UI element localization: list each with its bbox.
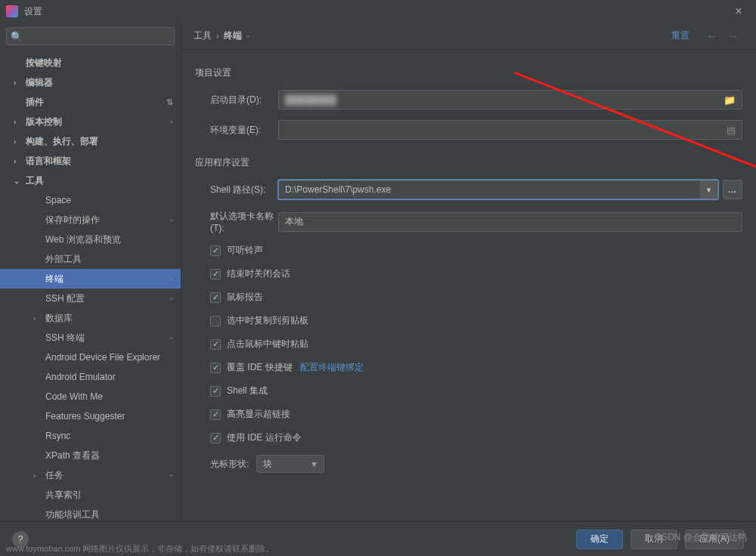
sidebar-item[interactable]: Web 浏览器和预览 (0, 230, 181, 249)
sidebar-item[interactable]: 共享索引 (0, 485, 181, 505)
reset-link[interactable]: 重置 (671, 29, 689, 42)
main-panel: 工具 › 终端 ▫ 重置 ← → 项目设置 启动目录(D): ████████ … (181, 23, 756, 521)
checkbox[interactable] (210, 409, 221, 420)
checkbox[interactable] (210, 386, 221, 397)
sidebar-item[interactable]: ›任务▫ (0, 465, 181, 485)
sidebar-item-label: 共享索引 (45, 489, 82, 502)
breadcrumb: 工具 › 终端 ▫ 重置 ← → (181, 23, 756, 50)
sidebar-item-label: 数据库 (45, 312, 73, 325)
app-icon (6, 5, 18, 17)
sidebar-item-label: 编辑器 (26, 76, 53, 89)
search-input[interactable] (6, 27, 175, 45)
checkbox-label: 可听铃声 (227, 244, 263, 257)
titlebar: 设置 × (0, 0, 756, 23)
sidebar-item[interactable]: Features Suggester (0, 406, 181, 426)
project-scope-icon: ▫ (246, 32, 249, 41)
checkbox-row: 使用 IDE 运行命令 (210, 431, 742, 444)
sidebar-item[interactable]: 按键映射 (0, 53, 181, 73)
scope-badge-icon: ▫ (170, 333, 173, 342)
sidebar-item[interactable]: ⌄工具 (0, 171, 181, 190)
sidebar-item[interactable]: ›数据库 (0, 308, 181, 328)
sidebar-item[interactable]: 插件⇅ (0, 92, 181, 112)
checkbox[interactable] (210, 269, 221, 280)
search-row: 🔍 (0, 23, 181, 50)
tab-name-row: 默认选项卡名称(T): 本地 (195, 210, 742, 233)
tree-arrow-icon: › (14, 118, 23, 126)
sidebar-item[interactable]: Android Emulator (0, 367, 181, 387)
sidebar-item[interactable]: 保存时的操作▫ (0, 210, 181, 230)
sidebar-item-label: 版本控制 (26, 116, 62, 128)
scope-badge-icon: ▫ (170, 471, 173, 480)
tree-arrow-icon: › (33, 471, 42, 480)
shell-path-input[interactable]: D:\PowerShell\7\pwsh.exe ▼ (278, 180, 718, 199)
checkbox-label: Shell 集成 (227, 385, 268, 397)
list-icon[interactable]: ▤ (727, 125, 736, 136)
sidebar-item[interactable]: Rsync (0, 426, 181, 446)
breadcrumb-root[interactable]: 工具 (194, 29, 212, 42)
sidebar-item-label: 按键映射 (26, 57, 62, 70)
cursor-shape-select[interactable]: 块 ▼ (256, 455, 324, 473)
sidebar-item-label: 终端 (45, 273, 64, 286)
folder-icon[interactable]: 📁 (723, 94, 736, 106)
sidebar-item[interactable]: 功能培训工具 (0, 505, 181, 521)
sidebar-item-label: 构建、执行、部署 (26, 135, 98, 148)
checkbox-label: 高亮显示超链接 (227, 408, 290, 421)
sidebar-item-label: 插件 (26, 96, 44, 109)
scope-badge-icon: ▫ (170, 274, 173, 283)
checkbox-label: 使用 IDE 运行命令 (227, 431, 302, 444)
sidebar-item[interactable]: SSH 终端▫ (0, 328, 181, 348)
sidebar-item[interactable]: ›版本控制▫ (0, 112, 181, 131)
sidebar-item[interactable]: XPath 查看器 (0, 446, 181, 465)
chevron-down-icon[interactable]: ▼ (700, 181, 717, 199)
back-icon[interactable]: ← (706, 29, 718, 43)
checkbox-label: 覆盖 IDE 快捷键 (227, 361, 293, 374)
ok-button[interactable]: 确定 (576, 530, 623, 549)
sidebar-item[interactable]: Space (0, 190, 181, 210)
env-input[interactable]: ▤ (278, 120, 742, 140)
sidebar-item-label: Code With Me (45, 391, 103, 402)
sidebar-item-label: 功能培训工具 (45, 508, 100, 521)
checkbox-label: 结束时关闭会话 (227, 267, 290, 280)
checkbox[interactable] (210, 363, 221, 373)
sidebar-item[interactable]: ›构建、执行、部署 (0, 131, 181, 151)
sidebar-item-label: 外部工具 (45, 253, 82, 266)
breadcrumb-current: 终端 (224, 29, 242, 42)
tree-arrow-icon: › (14, 79, 23, 87)
content: 项目设置 启动目录(D): ████████ 📁 环境变量(E): ▤ 应用程序… (181, 50, 756, 521)
sidebar-item[interactable]: 外部工具 (0, 249, 181, 269)
chevron-down-icon: ▼ (310, 460, 318, 468)
scope-badge-icon: ▫ (170, 294, 173, 303)
checkbox[interactable] (210, 316, 221, 326)
tree-arrow-icon: › (14, 137, 23, 146)
sidebar-item[interactable]: ›语言和框架 (0, 151, 181, 171)
checkbox-row: Shell 集成 (210, 385, 742, 397)
sidebar-item-label: 工具 (26, 175, 44, 187)
sidebar-item-label: XPath 查看器 (45, 449, 100, 462)
checkbox-row: 覆盖 IDE 快捷键配置终端键绑定 (210, 361, 742, 374)
close-icon[interactable]: × (727, 5, 750, 18)
tab-name-label: 默认选项卡名称(T): (195, 210, 278, 233)
checkbox[interactable] (210, 433, 221, 443)
search-icon: 🔍 (11, 31, 23, 42)
checkbox[interactable] (210, 292, 221, 303)
checkbox-row: 高亮显示超链接 (210, 408, 742, 421)
sidebar-item[interactable]: SSH 配置▫ (0, 289, 181, 308)
section-app: 应用程序设置 (195, 156, 742, 169)
startup-dir-row: 启动目录(D): ████████ 📁 (195, 90, 742, 110)
checkbox[interactable] (210, 339, 221, 350)
checkbox[interactable] (210, 246, 221, 256)
tree-arrow-icon: ⌄ (14, 177, 23, 185)
scope-badge-icon: ▫ (170, 117, 173, 126)
config-link[interactable]: 配置终端键绑定 (300, 361, 364, 374)
sidebar-item[interactable]: 终端▫ (0, 269, 181, 289)
browse-button[interactable]: … (723, 180, 742, 199)
settings-tree[interactable]: 按键映射›编辑器插件⇅›版本控制▫›构建、执行、部署›语言和框架⌄工具Space… (0, 50, 181, 521)
forward-icon[interactable]: → (727, 29, 739, 43)
sidebar-item[interactable]: ›编辑器 (0, 73, 181, 92)
checkbox-row: 结束时关闭会话 (210, 267, 742, 280)
sidebar-item[interactable]: Android Device File Explorer (0, 348, 181, 367)
checkbox-row: 点击鼠标中键时粘贴 (210, 338, 742, 351)
startup-dir-input[interactable]: ████████ 📁 (278, 90, 742, 110)
sidebar-item[interactable]: Code With Me (0, 387, 181, 406)
tab-name-input[interactable]: 本地 (278, 212, 742, 232)
